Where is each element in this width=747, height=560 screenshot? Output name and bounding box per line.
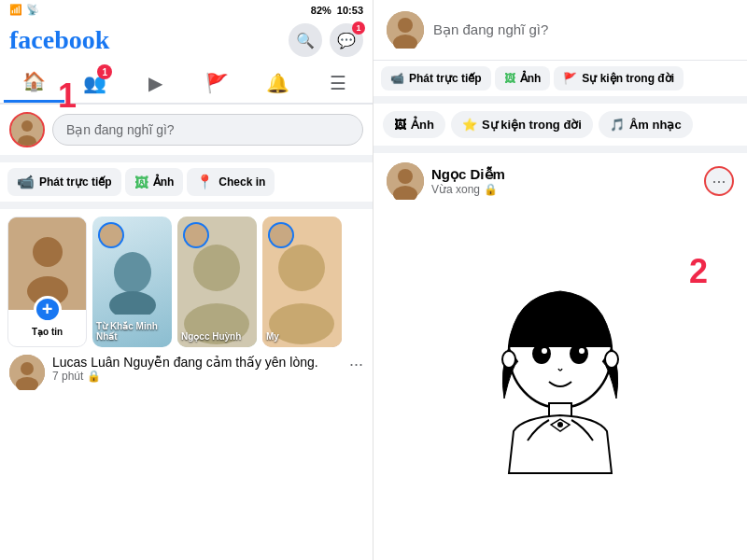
right-post-box: Bạn đang nghĩ gì? xyxy=(374,0,747,61)
time-text: 10:53 xyxy=(337,5,363,16)
story1-img xyxy=(109,249,156,315)
photo-icon2: 🖼 xyxy=(394,118,406,132)
post-input[interactable]: Bạn đang nghĩ gì? xyxy=(52,114,363,146)
live-label: Phát trực tiếp xyxy=(39,175,112,189)
search-button[interactable]: 🔍 xyxy=(289,23,322,57)
post-author: Lucas Luân Nguyễn xyxy=(52,355,170,370)
nav-tabs: 🏠 👥 1 ▶ 🚩 🔔 ☰ xyxy=(0,63,373,105)
live-button[interactable]: 📹 Phát trực tiếp xyxy=(7,168,121,196)
post-info: Lucas Luân Nguyễn đang cảm thấy yên lòng… xyxy=(52,355,342,390)
fb-header: facebook 🔍 💬 1 xyxy=(0,20,373,63)
svg-point-29 xyxy=(605,351,618,368)
right-post-info: Ngọc Diễm Vừa xong 🔒 xyxy=(431,166,697,196)
friends-badge: 1 xyxy=(97,64,112,79)
checkin-icon: 📍 xyxy=(196,174,214,190)
status-bar: 📶 📡 82% 10:53 xyxy=(0,0,373,20)
messenger-badge: 1 xyxy=(352,21,365,35)
right-photo-btn2[interactable]: 🖼 Ảnh xyxy=(383,111,445,138)
anime-illustration xyxy=(448,277,672,492)
story-person-3[interactable]: My xyxy=(262,217,342,347)
right-second-row: 🖼 Ảnh ⭐ Sự kiện trong đời 🎵 Âm nhạc xyxy=(374,104,747,153)
status-right: 82% 10:53 xyxy=(311,5,363,16)
right-life-event-btn[interactable]: ⭐ Sự kiện trong đời xyxy=(451,111,593,138)
post-more-button[interactable]: ··· xyxy=(349,355,363,390)
svg-point-25 xyxy=(570,343,588,364)
right-post-avatar-img xyxy=(387,162,424,200)
tab-menu[interactable]: ☰ xyxy=(308,63,369,103)
checkin-label: Check in xyxy=(218,175,265,189)
right-live-button[interactable]: 📹 Phát trực tiếp xyxy=(381,66,491,91)
marker-1: 1 xyxy=(58,77,77,116)
post-name: Lucas Luân Nguyễn đang cảm thấy yên lòng… xyxy=(52,355,342,370)
fb-logo[interactable]: facebook xyxy=(9,25,109,55)
tab-bell[interactable]: 🔔 xyxy=(247,63,308,103)
music-icon: 🎵 xyxy=(610,118,625,132)
right-quick-actions: 📹 Phát trực tiếp 🖼 Ảnh 🚩 Sự kiện trong đ… xyxy=(374,61,747,104)
photo-label2: Ảnh xyxy=(411,118,434,132)
post-avatar-img xyxy=(9,355,45,390)
post-action: đang cảm thấy yên lòng. xyxy=(174,355,318,370)
svg-point-27 xyxy=(579,348,585,354)
user-avatar[interactable] xyxy=(9,112,45,147)
stories-row: + Tạo tin Từ Khắc Minh Nhất xyxy=(7,217,365,347)
story-person-1[interactable]: Từ Khắc Minh Nhất xyxy=(92,217,172,347)
right-avatar-img xyxy=(387,11,424,49)
right-post-placeholder[interactable]: Bạn đang nghĩ gì? xyxy=(433,21,548,38)
right-post-name: Ngọc Diễm xyxy=(431,166,697,183)
story-plus-icon: + xyxy=(34,296,62,323)
right-live-label: Phát trực tiếp xyxy=(409,72,482,85)
tab-home[interactable]: 🏠 xyxy=(4,63,64,103)
quick-actions: 📹 Phát trực tiếp 🖼 Ảnh 📍 Check in xyxy=(0,162,373,209)
right-photo-icon: 🖼 xyxy=(504,72,515,85)
checkin-button[interactable]: 📍 Check in xyxy=(187,168,275,196)
right-post-privacy: 🔒 xyxy=(484,183,498,196)
story-create-label: Tạo tin xyxy=(32,327,63,337)
post-preview: Lucas Luân Nguyễn đang cảm thấy yên lòng… xyxy=(0,347,373,394)
messenger-button[interactable]: 💬 1 xyxy=(330,23,363,57)
right-user-avatar xyxy=(387,11,424,49)
right-event-button[interactable]: 🚩 Sự kiện trong đời xyxy=(554,66,684,91)
svg-point-12 xyxy=(278,245,325,291)
status-left: 📶 📡 xyxy=(9,4,39,16)
right-post-more-button[interactable]: ··· xyxy=(704,166,734,196)
svg-point-1 xyxy=(21,120,33,132)
svg-point-24 xyxy=(532,343,551,364)
avatar-img xyxy=(11,114,43,146)
right-photo-label: Ảnh xyxy=(520,72,542,85)
svg-point-28 xyxy=(502,351,515,368)
post-privacy-icon: 🔒 xyxy=(87,370,101,383)
svg-point-6 xyxy=(114,252,151,293)
story3-avatar xyxy=(268,222,294,248)
post-time: 7 phút 🔒 xyxy=(52,370,342,383)
life-event-label: Sự kiện trong đời xyxy=(482,118,582,132)
right-event-label: Sự kiện trong đời xyxy=(582,72,674,85)
photo-button[interactable]: 🖼 Ảnh xyxy=(125,168,184,196)
right-photo-button[interactable]: 🖼 Ảnh xyxy=(495,66,551,91)
right-music-btn[interactable]: 🎵 Âm nhạc xyxy=(599,111,693,138)
marker-2: 2 xyxy=(689,252,708,291)
live-icon: 📹 xyxy=(17,174,35,190)
story1-avatar xyxy=(98,222,124,248)
right-post-avatar xyxy=(387,162,424,200)
svg-point-15 xyxy=(21,362,34,375)
battery-text: 82% xyxy=(311,5,331,16)
svg-point-18 xyxy=(398,18,413,33)
story-person-2[interactable]: Ngọcc Huỳnh xyxy=(177,217,257,347)
post-box: Bạn đang nghĩ gì? xyxy=(0,105,373,162)
signal-icon: 📶 xyxy=(9,4,22,16)
life-event-icon: ⭐ xyxy=(462,118,477,132)
right-post-meta: Vừa xong 🔒 xyxy=(431,183,697,196)
tab-watch[interactable]: ▶ xyxy=(125,63,186,103)
photo-label: Ảnh xyxy=(153,175,175,189)
right-post-header: Ngọc Diễm Vừa xong 🔒 ··· xyxy=(374,153,747,209)
post-time-val: 7 phút xyxy=(52,370,83,383)
svg-point-32 xyxy=(557,422,563,427)
right-post-time: Vừa xong xyxy=(431,183,480,196)
story3-name: My xyxy=(266,331,338,342)
story-create[interactable]: + Tạo tin xyxy=(7,217,87,347)
photo-icon: 🖼 xyxy=(134,175,148,190)
wifi-icon: 📡 xyxy=(26,4,39,16)
tab-flag[interactable]: 🚩 xyxy=(187,63,247,103)
story1-name: Từ Khắc Minh Nhất xyxy=(96,321,168,342)
post-avatar xyxy=(9,355,45,390)
